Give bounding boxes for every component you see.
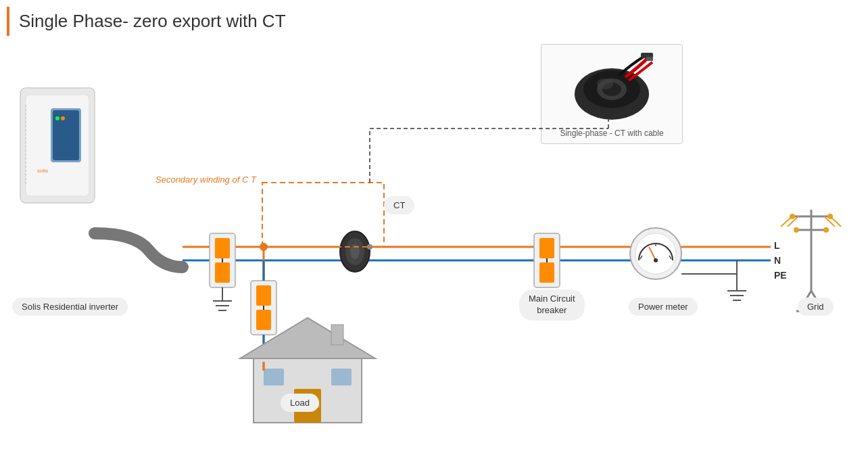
svg-text:N: N <box>774 255 781 266</box>
page-container: Single Phase- zero export with CT Single… <box>0 0 868 468</box>
svg-rect-45 <box>539 262 554 283</box>
grid-label: Grid <box>798 298 834 316</box>
main-cb-label: Main Circuit breaker <box>519 289 585 321</box>
svg-rect-33 <box>256 285 271 306</box>
svg-point-48 <box>635 233 676 274</box>
svg-point-12 <box>61 116 65 120</box>
svg-rect-34 <box>256 310 271 330</box>
main-circuit-breaker <box>534 233 560 287</box>
inverter-circuit-breaker <box>210 233 235 287</box>
inverter-icon: solis <box>20 88 95 203</box>
svg-rect-44 <box>539 238 554 258</box>
svg-text:PE: PE <box>774 270 787 281</box>
ground-inverter <box>213 287 232 310</box>
svg-rect-19 <box>215 262 230 283</box>
svg-point-53 <box>654 258 658 262</box>
svg-rect-18 <box>215 238 230 258</box>
svg-point-11 <box>55 116 59 120</box>
ct-sensor-on-wire <box>340 231 372 272</box>
inverter-label: Solis Residential inverter <box>12 298 128 316</box>
svg-text:solis: solis <box>37 168 48 174</box>
ground-right <box>681 260 746 300</box>
svg-point-70 <box>790 214 795 219</box>
ct-label: CT <box>384 196 414 214</box>
svg-point-71 <box>827 214 833 219</box>
power-meter-icon <box>630 228 681 279</box>
svg-rect-82 <box>331 369 352 385</box>
wiring-diagram: solis <box>0 0 868 468</box>
svg-rect-83 <box>331 325 343 345</box>
svg-rect-81 <box>264 369 284 385</box>
power-meter-label: Power meter <box>629 298 698 316</box>
svg-text:L: L <box>774 240 780 251</box>
svg-point-72 <box>794 227 799 233</box>
svg-point-73 <box>823 227 829 233</box>
load-label: Load <box>281 394 319 412</box>
grid-tower <box>781 210 841 311</box>
